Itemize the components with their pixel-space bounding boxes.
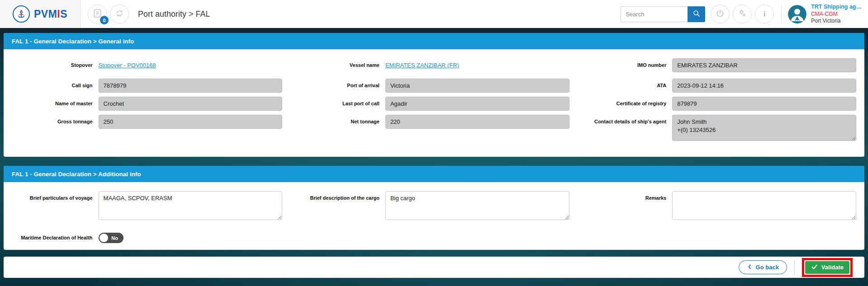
page-title: Port authority > FAL (138, 9, 210, 19)
footer-action-bar: Go back Validate (4, 257, 864, 278)
documents-button[interactable]: 0 (88, 5, 107, 23)
search-button[interactable] (688, 6, 705, 22)
general-info-section: FAL 1 - General Declaration > General in… (4, 33, 864, 157)
port-of-arrival-field (385, 79, 569, 93)
refresh-icon (115, 9, 124, 19)
header-divider (781, 5, 782, 23)
name-of-master-label: Name of master (4, 101, 99, 107)
info-icon: i (764, 9, 766, 19)
general-info-header: FAL 1 - General Declaration > General in… (4, 33, 864, 49)
certificate-of-registry-label: Certificate of registry (578, 101, 673, 107)
agent-contact-label: Contact details of ship's agent (578, 115, 673, 125)
go-back-button[interactable]: Go back (739, 260, 787, 274)
validate-button[interactable]: Validate (805, 261, 849, 274)
imo-number-label: IMO number (578, 62, 673, 69)
imo-number-field (672, 58, 856, 72)
search-icon (693, 9, 701, 19)
additional-info-form: Brief particulars of voyage MAAGA, SCPOV… (4, 182, 864, 245)
voyage-particulars-field[interactable]: MAAGA, SCPOV, ERASM (99, 191, 283, 220)
remarks-label: Remarks (578, 191, 673, 202)
additional-info-section: FAL 1 - General Declaration > Additional… (4, 166, 864, 250)
user-company: CMA-CGM (811, 11, 862, 18)
validate-label: Validate (821, 264, 844, 271)
brand-text: PVMIS (34, 8, 67, 20)
maritime-health-toggle[interactable]: No (99, 233, 123, 243)
call-sign-label: Call sign (4, 83, 99, 89)
stopover-label: Stopover (4, 62, 99, 69)
chevron-left-icon (747, 264, 753, 271)
ata-label: ATA (578, 83, 673, 89)
logout-button[interactable] (711, 5, 730, 23)
last-port-of-call-label: Last port of call (290, 101, 385, 107)
document-icon (94, 9, 101, 19)
toggle-state-label: No (111, 235, 120, 241)
name-of-master-field (99, 97, 283, 111)
top-header: PVMIS 0 Port authority > FAL (0, 0, 868, 28)
cargo-description-field[interactable]: Big cargo (385, 191, 569, 220)
person-icon (788, 5, 806, 23)
info-button[interactable]: i (755, 5, 774, 23)
go-back-label: Go back (756, 264, 779, 271)
vessel-name-link[interactable]: EMIRATES ZANZIBAR (FR) (385, 62, 459, 69)
general-info-form: Stopover Stopover - POV00168 Vessel name… (4, 49, 864, 141)
user-info-block[interactable]: TRT Shipping ag… CMA-CGM Port Victoria (811, 3, 862, 24)
user-avatar[interactable] (788, 5, 806, 23)
last-port-of-call-field (385, 97, 569, 111)
search-group (621, 6, 705, 22)
user-name: TRT Shipping ag… (811, 3, 862, 10)
app-logo[interactable]: PVMIS (0, 0, 81, 28)
call-sign-field (99, 79, 283, 93)
search-input[interactable] (621, 6, 688, 22)
remarks-field[interactable] (672, 191, 856, 220)
pvmis-logo-icon (13, 5, 30, 23)
net-tonnage-field (385, 115, 569, 129)
footer-divider (794, 261, 795, 274)
gross-tonnage-field (99, 115, 283, 129)
settings-button[interactable] (733, 5, 752, 23)
power-icon (716, 9, 725, 19)
voyage-particulars-label: Brief particulars of voyage (4, 191, 99, 202)
checkmark-icon (811, 263, 818, 272)
ata-field (672, 79, 856, 93)
vessel-name-label: Vessel name (290, 62, 385, 69)
net-tonnage-label: Net tonnage (290, 115, 385, 125)
validate-highlight-box: Validate (802, 258, 853, 277)
toggle-knob (100, 234, 108, 242)
notification-badge: 0 (100, 16, 109, 24)
refresh-button[interactable] (110, 5, 129, 23)
agent-contact-field: John Smith +(0) 13243526 (672, 115, 856, 141)
gross-tonnage-label: Gross tonnage (4, 115, 99, 125)
gears-icon (738, 9, 747, 19)
port-of-arrival-label: Port of arrival (290, 83, 385, 89)
additional-info-header: FAL 1 - General Declaration > Additional… (4, 166, 864, 182)
stopover-link[interactable]: Stopover - POV00168 (99, 62, 156, 69)
user-location: Port Victoria (811, 18, 862, 25)
maritime-health-label: Maritime Declaration of Health (4, 235, 99, 241)
certificate-of-registry-field (672, 97, 856, 111)
cargo-description-label: Brief description of the cargo (290, 191, 385, 202)
